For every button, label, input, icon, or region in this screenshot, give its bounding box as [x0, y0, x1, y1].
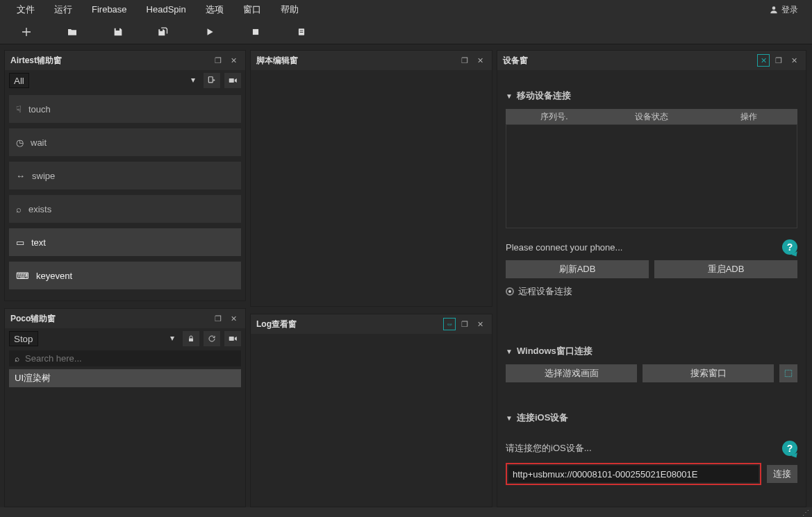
- clock-icon: ◷: [16, 137, 24, 148]
- ios-input-highlight: [506, 463, 761, 485]
- device-switch-button[interactable]: [204, 73, 220, 88]
- new-button[interactable]: [19, 25, 33, 39]
- save-button[interactable]: [111, 25, 125, 39]
- svg-rect-3: [300, 30, 304, 31]
- menu-firebase[interactable]: Firebase: [82, 0, 137, 19]
- airtest-title: Airtest辅助窗: [10, 55, 62, 67]
- refresh-adb-button[interactable]: 刷新ADB: [506, 260, 649, 278]
- poco-body: Stop ⌕ UI渲染树: [5, 328, 245, 507]
- filter-icon[interactable]: ⎃: [443, 318, 456, 330]
- restore-icon[interactable]: ❐: [458, 318, 471, 330]
- text-icon: ▭: [16, 237, 24, 248]
- restart-adb-button[interactable]: 重启ADB: [654, 260, 797, 278]
- log-header: Log查看窗 ⎃ ❐ ✕: [251, 314, 492, 334]
- op-text[interactable]: ▭text: [9, 228, 241, 256]
- device-table-body: [506, 124, 797, 228]
- login-button[interactable]: 登录: [762, 4, 805, 16]
- poco-search: ⌕: [9, 350, 241, 366]
- ios-connect-button[interactable]: 连接: [767, 465, 797, 483]
- help-icon[interactable]: ?: [782, 441, 797, 456]
- menu-file[interactable]: 文件: [7, 0, 44, 19]
- ios-address-input[interactable]: [508, 466, 759, 482]
- menu-window[interactable]: 窗口: [233, 0, 271, 19]
- windows-section-title[interactable]: Windows窗口连接: [506, 345, 797, 357]
- poco-title: Poco辅助窗: [10, 313, 56, 325]
- search-icon: ⌕: [16, 204, 22, 214]
- airtest-mode-select[interactable]: All: [9, 73, 29, 88]
- close-icon[interactable]: ✕: [474, 54, 486, 67]
- middle-column: 脚本编辑窗 ❐ ✕ Log查看窗 ⎃ ❐ ✕: [250, 44, 497, 507]
- stop-button[interactable]: [249, 25, 263, 39]
- close-icon[interactable]: ✕: [788, 54, 800, 67]
- device-title: 设备窗: [503, 55, 528, 67]
- refresh-button[interactable]: [204, 331, 220, 346]
- restore-icon[interactable]: ❐: [212, 312, 224, 325]
- close-icon[interactable]: ✕: [227, 312, 240, 325]
- mobile-section-title[interactable]: 移动设备连接: [506, 90, 797, 102]
- operation-list: ☟touch ◷wait ↔swipe ⌕exists ▭text ⌨keyev…: [5, 91, 245, 294]
- report-button[interactable]: [295, 25, 308, 39]
- user-icon: [769, 5, 779, 15]
- saveall-button[interactable]: [157, 25, 171, 39]
- svg-rect-9: [785, 370, 791, 376]
- ios-connect-msg: 请连接您的iOS设备...: [506, 442, 592, 455]
- svg-rect-5: [208, 77, 213, 83]
- search-icon: ⌕: [15, 354, 19, 364]
- record-button[interactable]: [224, 73, 241, 88]
- left-column: Airtest辅助窗 ❐ ✕ All ☟touch ◷wait ↔swipe ⌕…: [0, 44, 250, 507]
- op-touch[interactable]: ☟touch: [9, 95, 241, 123]
- help-icon[interactable]: ?: [782, 239, 797, 255]
- close-icon[interactable]: ✕: [474, 318, 486, 330]
- resize-grip-icon[interactable]: ⋰: [802, 509, 809, 516]
- col-action: 操作: [700, 111, 797, 123]
- open-button[interactable]: [65, 25, 79, 39]
- script-panel: 脚本编辑窗 ❐ ✕: [250, 50, 492, 307]
- svg-rect-1: [253, 28, 258, 34]
- airtest-panel: Airtest辅助窗 ❐ ✕ All ☟touch ◷wait ↔swipe ⌕…: [4, 50, 246, 301]
- choose-window-button[interactable]: 选择游戏画面: [506, 364, 637, 382]
- run-button[interactable]: [203, 25, 217, 39]
- airtest-header: Airtest辅助窗 ❐ ✕: [5, 51, 245, 70]
- toolbar: [0, 19, 812, 44]
- menu-headspin[interactable]: HeadSpin: [137, 0, 196, 19]
- remote-label: 远程设备连接: [518, 285, 572, 298]
- radio-icon: [506, 287, 514, 296]
- device-body: 移动设备连接 序列号. 设备状态 操作 Please connect your …: [497, 70, 806, 507]
- script-title: 脚本编辑窗: [256, 55, 298, 67]
- poco-header: Poco辅助窗 ❐ ✕: [5, 309, 245, 328]
- menubar: 文件 运行 Firebase HeadSpin 选项 窗口 帮助 登录: [0, 0, 812, 19]
- ios-section-title[interactable]: 连接iOS设备: [506, 412, 797, 424]
- touch-icon: ☟: [16, 104, 22, 115]
- statusbar: ⋰: [0, 507, 812, 517]
- restore-icon[interactable]: ❐: [458, 54, 471, 67]
- svg-point-0: [772, 6, 776, 10]
- log-title: Log查看窗: [256, 319, 297, 330]
- op-keyevent[interactable]: ⌨keyevent: [9, 262, 241, 289]
- col-state: 设备状态: [603, 111, 700, 123]
- poco-search-input[interactable]: [25, 353, 235, 364]
- menu-help[interactable]: 帮助: [271, 0, 308, 19]
- restore-icon[interactable]: ❐: [212, 54, 224, 67]
- ui-tree-root[interactable]: UI渲染树: [9, 369, 241, 387]
- search-window-button[interactable]: 搜索窗口: [643, 364, 774, 382]
- svg-rect-4: [300, 32, 304, 33]
- menu-run[interactable]: 运行: [44, 0, 82, 19]
- grid-icon-button[interactable]: [779, 364, 797, 382]
- op-exists[interactable]: ⌕exists: [9, 195, 241, 223]
- restore-icon[interactable]: ❐: [772, 54, 785, 67]
- log-panel: Log查看窗 ⎃ ❐ ✕: [250, 314, 492, 507]
- lock-button[interactable]: [183, 331, 199, 346]
- svg-rect-8: [229, 337, 234, 341]
- connect-phone-msg: Please connect your phone...: [506, 242, 622, 253]
- tools-icon[interactable]: ✕: [757, 54, 770, 67]
- op-swipe[interactable]: ↔swipe: [9, 162, 241, 189]
- menu-options[interactable]: 选项: [196, 0, 233, 19]
- poco-mode-select[interactable]: Stop: [9, 331, 38, 346]
- poco-record-button[interactable]: [224, 331, 241, 346]
- close-icon[interactable]: ✕: [227, 54, 240, 67]
- device-table-header: 序列号. 设备状态 操作: [506, 109, 797, 124]
- airtest-body: All ☟touch ◷wait ↔swipe ⌕exists ▭text ⌨k…: [5, 70, 245, 300]
- op-wait[interactable]: ◷wait: [9, 128, 241, 156]
- swipe-icon: ↔: [16, 171, 25, 181]
- remote-device-radio[interactable]: 远程设备连接: [506, 285, 797, 298]
